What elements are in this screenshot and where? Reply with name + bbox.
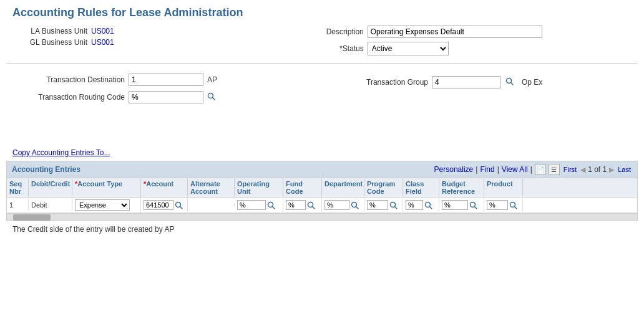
product-search-icon[interactable] bbox=[509, 201, 517, 209]
page-of: 1 of 1 bbox=[588, 165, 607, 174]
col-header-alternate-account: AlternateAccount bbox=[188, 178, 235, 197]
accounting-entries-grid: Accounting Entries Personalize | Find | … bbox=[6, 161, 638, 221]
account-type-select[interactable]: Expense Revenue Asset Liability bbox=[75, 199, 130, 211]
table-row: 1 Debit Expense Revenue Asset Liability bbox=[7, 198, 637, 213]
budget-reference-input[interactable] bbox=[442, 200, 468, 210]
cell-alternate-account bbox=[188, 203, 235, 207]
col-header-program-code: ProgramCode bbox=[364, 178, 403, 197]
col-header-debit-credit: Debit/Credit bbox=[29, 178, 72, 197]
svg-line-13 bbox=[395, 207, 398, 209]
prev-nav-button[interactable]: ◀ bbox=[579, 165, 587, 174]
next-nav-button[interactable]: ▶ bbox=[608, 165, 615, 174]
department-input[interactable] bbox=[324, 200, 349, 210]
col-header-product: Product bbox=[484, 178, 523, 197]
department-search-icon[interactable] bbox=[351, 201, 358, 209]
first-nav-button[interactable]: First bbox=[562, 165, 578, 174]
svg-line-3 bbox=[511, 83, 514, 85]
col-header-fund-code: Fund Code bbox=[283, 178, 322, 197]
copy-accounting-entries-link[interactable]: Copy Accounting Entries To... bbox=[0, 146, 644, 161]
col-header-department: Department bbox=[322, 178, 364, 197]
cell-class-field[interactable] bbox=[403, 198, 439, 212]
grid-column-headers: SeqNbr Debit/Credit *Account Type *Accou… bbox=[7, 178, 637, 198]
col-header-account-type: *Account Type bbox=[72, 178, 141, 197]
gl-business-unit-label: GL Business Unit bbox=[12, 38, 87, 47]
svg-line-11 bbox=[356, 207, 359, 209]
cell-account-type[interactable]: Expense Revenue Asset Liability bbox=[72, 198, 141, 212]
transaction-group-search-icon[interactable] bbox=[505, 77, 515, 87]
transaction-destination-suffix: AP bbox=[207, 75, 217, 84]
view-all-link[interactable]: View All bbox=[502, 165, 528, 174]
account-search-icon[interactable] bbox=[175, 201, 182, 209]
cell-account[interactable] bbox=[141, 198, 188, 212]
operating-unit-input[interactable] bbox=[237, 200, 266, 210]
transaction-routing-search-icon[interactable] bbox=[207, 92, 217, 102]
program-code-search-icon[interactable] bbox=[389, 201, 397, 209]
grid-title: Accounting Entries bbox=[12, 165, 80, 174]
description-label: Description bbox=[308, 27, 364, 36]
grid-nav: First ◀ 1 of 1 ▶ Last bbox=[562, 165, 632, 174]
svg-line-1 bbox=[213, 98, 215, 100]
svg-line-5 bbox=[180, 207, 183, 209]
col-header-class-field: ClassField bbox=[403, 178, 439, 197]
la-business-unit-label: LA Business Unit bbox=[12, 27, 87, 36]
transaction-routing-code-label: Transaction Routing Code bbox=[12, 93, 125, 102]
personalize-link[interactable]: Personalize bbox=[434, 165, 474, 174]
page-title: Accounting Rules for Lease Administratio… bbox=[0, 0, 644, 23]
cell-budget-reference[interactable] bbox=[439, 198, 484, 212]
col-header-operating-unit: Operating Unit bbox=[235, 178, 283, 197]
grid-toolbar: Personalize | Find | View All | 📄 ☰ Firs… bbox=[434, 164, 632, 175]
status-select[interactable]: Active Inactive bbox=[368, 42, 449, 55]
transaction-destination-input[interactable] bbox=[129, 74, 203, 86]
scrollbar-thumb[interactable] bbox=[13, 214, 51, 221]
transaction-group-label: Transaction Group bbox=[347, 78, 428, 87]
transaction-destination-label: Transaction Destination bbox=[12, 75, 125, 84]
col-header-budget-reference: BudgetReference bbox=[439, 178, 484, 197]
description-input[interactable] bbox=[368, 26, 542, 38]
svg-line-19 bbox=[515, 207, 517, 209]
budget-reference-search-icon[interactable] bbox=[469, 201, 477, 209]
fund-code-search-icon[interactable] bbox=[307, 201, 315, 209]
operating-unit-search-icon[interactable] bbox=[267, 201, 275, 209]
export-icon[interactable]: 📄 bbox=[535, 164, 546, 175]
svg-line-9 bbox=[313, 207, 315, 209]
fund-code-input[interactable] bbox=[286, 200, 306, 210]
program-code-input[interactable] bbox=[367, 200, 388, 210]
find-link[interactable]: Find bbox=[480, 165, 494, 174]
transaction-routing-code-input[interactable] bbox=[129, 91, 203, 103]
svg-line-7 bbox=[273, 207, 275, 209]
svg-line-15 bbox=[430, 207, 432, 209]
transaction-group-input[interactable] bbox=[432, 76, 500, 88]
col-header-account: *Account bbox=[141, 178, 188, 197]
horizontal-scrollbar[interactable] bbox=[7, 213, 637, 221]
cell-product[interactable] bbox=[484, 198, 523, 212]
gl-business-unit-value: US001 bbox=[91, 38, 114, 47]
status-label: *Status bbox=[308, 44, 364, 53]
cell-department[interactable] bbox=[322, 198, 364, 212]
last-nav-button[interactable]: Last bbox=[617, 165, 632, 174]
class-field-search-icon[interactable] bbox=[424, 201, 432, 209]
cell-operating-unit[interactable] bbox=[235, 198, 283, 212]
col-header-seq: SeqNbr bbox=[7, 178, 29, 197]
cell-debit-credit: Debit bbox=[29, 199, 72, 211]
transaction-group-suffix: Op Ex bbox=[522, 78, 542, 87]
svg-line-17 bbox=[475, 207, 477, 209]
class-field-input[interactable] bbox=[406, 200, 423, 210]
cell-fund-code[interactable] bbox=[283, 198, 322, 212]
account-input[interactable] bbox=[144, 200, 173, 210]
cell-program-code[interactable] bbox=[364, 198, 403, 212]
product-input[interactable] bbox=[487, 200, 508, 210]
bottom-note: The Credit side of the entry will be cre… bbox=[0, 221, 644, 237]
cell-seq: 1 bbox=[7, 199, 29, 211]
grid-settings-icon[interactable]: ☰ bbox=[549, 164, 560, 175]
la-business-unit-value: US001 bbox=[91, 27, 114, 36]
